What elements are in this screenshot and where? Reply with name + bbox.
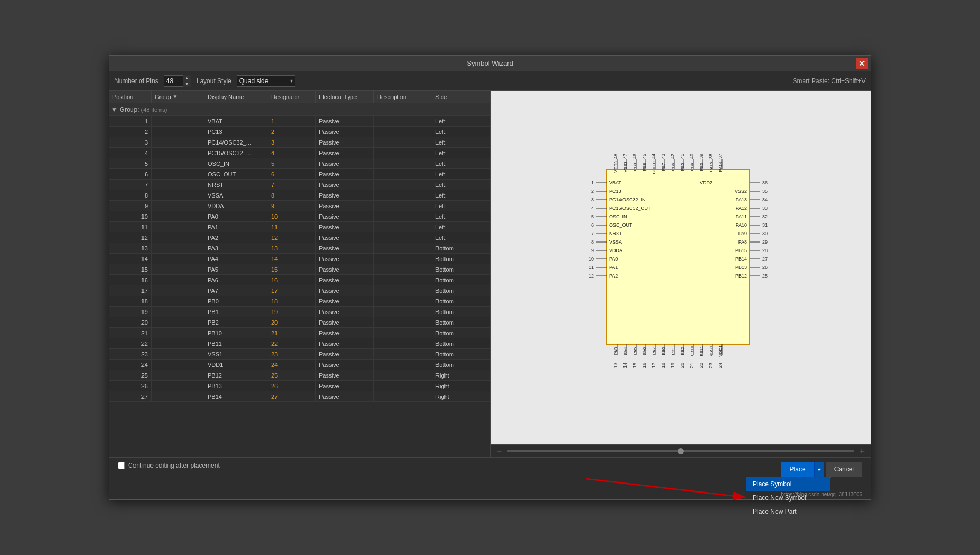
cell-designator: 18 (268, 296, 316, 306)
cell-eltype: Passive (316, 264, 374, 274)
svg-text:48: 48 (613, 154, 618, 159)
table-row[interactable]: 12 PA2 12 Passive Left (109, 232, 490, 243)
table-row[interactable]: 21 PB10 21 Passive Bottom (109, 328, 490, 338)
cancel-button[interactable]: Cancel (826, 462, 862, 477)
cell-position: 20 (109, 317, 152, 327)
table-row[interactable]: 8 VSSA 8 Passive Left (109, 190, 490, 201)
close-button[interactable]: ✕ (856, 58, 868, 69)
cell-eltype: Passive (316, 180, 374, 190)
cell-side: Bottom (432, 360, 475, 370)
table-row[interactable]: 16 PA6 16 Passive Bottom (109, 275, 490, 285)
cell-group (152, 232, 204, 243)
num-pins-up[interactable]: ▲ (183, 75, 191, 81)
table-row[interactable]: 2 PC13 2 Passive Left (109, 127, 490, 137)
cell-display: PA2 (204, 232, 268, 243)
cell-eltype: Passive (316, 370, 374, 380)
cell-desc (374, 137, 432, 147)
num-pins-label: Number of Pins (114, 77, 158, 85)
cell-side: Left (432, 222, 475, 232)
layout-select-wrap: Quad side Dual side Single side (237, 75, 295, 87)
cell-side: Left (432, 211, 475, 221)
table-row[interactable]: 14 PA4 14 Passive Bottom (109, 254, 490, 264)
table-row[interactable]: 25 PB12 25 Passive Right (109, 370, 490, 381)
table-row[interactable]: 24 VDD1 24 Passive Bottom (109, 360, 490, 370)
table-row[interactable]: 13 PA3 13 Passive Bottom (109, 243, 490, 254)
svg-text:3: 3 (591, 197, 594, 202)
table-row[interactable]: 23 VSS1 23 Passive Bottom (109, 349, 490, 360)
cell-desc (374, 169, 432, 179)
table-row[interactable]: 6 OSC_OUT 6 Passive Left (109, 169, 490, 180)
cell-desc (374, 148, 432, 158)
table-row[interactable]: 17 PA7 17 Passive Bottom (109, 285, 490, 296)
cell-display: VBAT (204, 116, 268, 126)
cell-designator: 12 (268, 232, 316, 243)
cell-desc (374, 391, 432, 401)
table-row[interactable]: 15 PA5 15 Passive Bottom (109, 264, 490, 275)
cell-display: PB11 (204, 338, 268, 348)
cell-designator: 27 (268, 391, 316, 401)
cell-display: PC14/OSC32_... (204, 137, 268, 147)
table-row[interactable]: 26 PB13 26 Passive Right (109, 381, 490, 391)
table-body[interactable]: ▼ Group: (48 items) 1 VBAT 1 Passive Lef… (109, 103, 490, 457)
cell-desc (374, 349, 432, 359)
cell-display: PB10 (204, 328, 268, 338)
cell-display: PC15/OSC32_... (204, 148, 268, 158)
cell-display: PA3 (204, 243, 268, 253)
cell-desc (374, 381, 432, 391)
place-symbol-item[interactable]: Place Symbol (746, 477, 830, 491)
place-new-part-item[interactable]: Place New Part (746, 505, 830, 518)
zoom-out-button[interactable]: − (495, 447, 504, 455)
th-designator[interactable]: Designator (268, 91, 316, 103)
cell-side: Bottom (432, 328, 475, 338)
cell-desc (374, 243, 432, 253)
th-group[interactable]: Group ▼ (152, 91, 204, 103)
table-row[interactable]: 22 PB11 22 Passive Bottom (109, 338, 490, 349)
cell-group (152, 148, 204, 158)
group-arrow-icon[interactable]: ▼ (111, 106, 118, 113)
schematic-view[interactable]: 1 VBAT 2 PC13 3 PC14/OSC32_IN 4 PC15/OSC… (491, 91, 871, 444)
num-pins-input[interactable] (164, 77, 183, 85)
cell-display: VDDA (204, 201, 268, 211)
table-row[interactable]: 19 PB1 19 Passive Bottom (109, 307, 490, 317)
cell-eltype: Passive (316, 328, 374, 338)
cell-position: 7 (109, 180, 152, 190)
table-row[interactable]: 4 PC15/OSC32_... 4 Passive Left (109, 148, 490, 158)
table-row[interactable]: 7 NRST 7 Passive Left (109, 180, 490, 190)
table-row[interactable]: 5 OSC_IN 5 Passive Left (109, 158, 490, 169)
place-dropdown-arrow[interactable]: ▾ (814, 462, 824, 477)
svg-text:PB13: PB13 (735, 265, 747, 270)
layout-select[interactable]: Quad side Dual side Single side (237, 75, 295, 87)
table-row[interactable]: 9 VDDA 9 Passive Left (109, 201, 490, 211)
th-position[interactable]: Position (109, 91, 152, 103)
place-new-symbol-item[interactable]: Place New Symbol (746, 491, 830, 505)
zoom-slider[interactable] (507, 450, 854, 452)
svg-text:45: 45 (642, 154, 647, 159)
table-row[interactable]: 3 PC14/OSC32_... 3 Passive Left (109, 137, 490, 148)
smart-paste-hint: Smart Paste: Ctrl+Shift+V (793, 77, 866, 85)
svg-text:5: 5 (591, 214, 594, 219)
table-row[interactable]: 11 PA1 11 Passive Left (109, 222, 490, 232)
th-desc[interactable]: Description (374, 91, 432, 103)
table-row[interactable]: 20 PB2 20 Passive Bottom (109, 317, 490, 328)
cell-group (152, 264, 204, 274)
cell-eltype: Passive (316, 222, 374, 232)
table-row[interactable]: 27 PB14 27 Passive Right (109, 391, 490, 402)
cell-group (152, 180, 204, 190)
num-pins-down[interactable]: ▼ (183, 81, 191, 87)
table-row[interactable]: 1 VBAT 1 Passive Left (109, 116, 490, 127)
table-row[interactable]: 18 PB0 18 Passive Bottom (109, 296, 490, 307)
th-side[interactable]: Side (432, 91, 475, 103)
cell-side: Left (432, 137, 475, 147)
group-header-row[interactable]: ▼ Group: (48 items) (109, 103, 490, 116)
continue-editing-checkbox[interactable] (118, 462, 125, 469)
svg-text:44: 44 (651, 154, 656, 159)
place-button[interactable]: Place (781, 462, 814, 477)
svg-text:VDD3: VDD3 (613, 161, 618, 173)
svg-text:PA13: PA13 (736, 197, 747, 202)
cell-group (152, 328, 204, 338)
th-display[interactable]: Display Name (204, 91, 268, 103)
zoom-in-button[interactable]: + (858, 447, 867, 455)
continue-editing-label[interactable]: Continue editing after placement (128, 462, 220, 469)
table-row[interactable]: 10 PA0 10 Passive Left (109, 211, 490, 222)
th-eltype[interactable]: Electrical Type (316, 91, 374, 103)
